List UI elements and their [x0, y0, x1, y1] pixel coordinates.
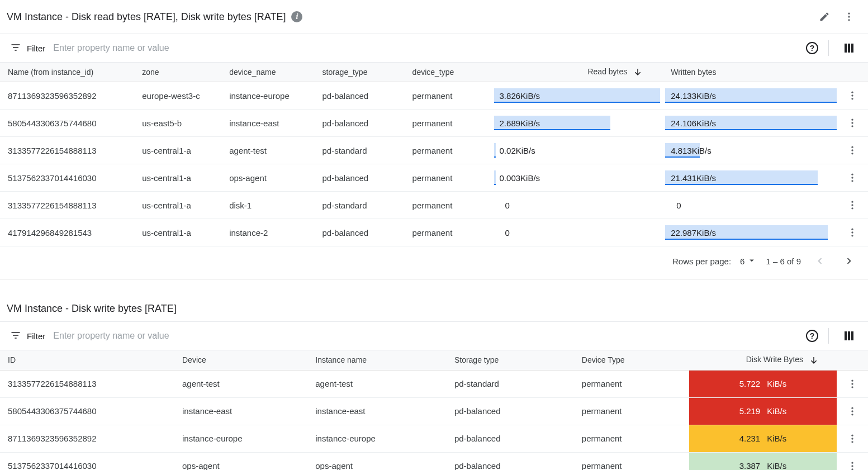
more-vert-icon [847, 117, 858, 129]
cell-storage-type: pd-standard [317, 192, 407, 219]
col-zone[interactable]: zone [136, 63, 224, 82]
cell-storage-type: pd-standard [449, 370, 576, 397]
table-row[interactable]: 3133577226154888113us-central1-aagent-te… [0, 137, 868, 164]
svg-point-31 [851, 465, 853, 467]
row-menu-button[interactable] [842, 168, 862, 188]
rows-per-page-select[interactable]: 6 [740, 255, 757, 267]
column-settings-button[interactable] [839, 38, 859, 58]
col-device[interactable]: Device [177, 350, 310, 370]
metric-value: 0.02KiB/s [494, 146, 535, 155]
cell-id: 5805443306375744680 [0, 397, 177, 425]
heat-cell: 4.231KiB/s [689, 425, 837, 452]
table-header-row: ID Device Instance name Storage type Dev… [0, 350, 868, 370]
row-menu-button[interactable] [842, 140, 862, 160]
row-menu-button[interactable] [842, 456, 862, 470]
more-vert-icon [847, 200, 858, 211]
metric-value: 5.219 [739, 406, 761, 416]
row-menu-button[interactable] [842, 374, 862, 394]
row-menu-button[interactable] [842, 113, 862, 133]
table-row[interactable]: 3133577226154888113agent-testagent-testp… [0, 370, 868, 397]
help-icon[interactable]: ? [806, 330, 818, 342]
cell-actions [837, 164, 868, 192]
table-row[interactable]: 5137562337014416030us-central1-aops-agen… [0, 164, 868, 192]
metric-unit: KiB/s [767, 379, 786, 388]
cell-device-type: permanent [576, 397, 689, 425]
cell-device-type: permanent [407, 164, 494, 192]
table-row[interactable]: 5137562337014416030ops-agentops-agentpd-… [0, 452, 868, 470]
cell-storage-type: pd-standard [317, 137, 407, 164]
col-name[interactable]: Name (from instance_id) [0, 63, 136, 82]
column-settings-button[interactable] [839, 326, 859, 346]
col-device-type[interactable]: Device Type [576, 350, 689, 370]
prev-page-button[interactable] [810, 251, 830, 271]
filter-list-icon [10, 42, 21, 55]
table-row[interactable]: 8711369323596352892instance-europeinstan… [0, 425, 868, 452]
panel-read-write: VM Instance - Disk read bytes [RATE], Di… [0, 0, 868, 279]
panel-title-text: VM Instance - Disk write bytes [RATE] [7, 303, 177, 315]
heat-cell: 5.722KiB/s [689, 370, 837, 397]
more-vert-icon [847, 433, 858, 444]
col-read-bytes[interactable]: Read bytes [494, 63, 666, 82]
pencil-icon [819, 11, 830, 22]
metric-value: 4.231 [739, 434, 761, 443]
cell-device: ops-agent [177, 452, 310, 470]
more-options-button[interactable] [839, 7, 859, 27]
table-row[interactable]: 5805443306375744680instance-eastinstance… [0, 397, 868, 425]
metric-value: 3.826KiB/s [494, 91, 540, 101]
row-menu-button[interactable] [842, 195, 862, 215]
col-disk-write[interactable]: Disk Write Bytes [689, 350, 837, 370]
pagination-range: 1 – 6 of 9 [766, 257, 801, 266]
metric-value: 0 [500, 201, 510, 210]
cell-device-type: permanent [576, 370, 689, 397]
col-written-bytes[interactable]: Written bytes [665, 63, 837, 82]
col-id[interactable]: ID [0, 350, 177, 370]
cell-device-type: permanent [407, 219, 494, 246]
metric-bar-cell: 22.987KiB/s [665, 219, 837, 246]
col-storage-type[interactable]: storage_type [317, 63, 407, 82]
table-row[interactable]: 5805443306375744680us-east5-binstance-ea… [0, 110, 868, 137]
svg-point-6 [851, 119, 853, 121]
cell-device: agent-test [177, 370, 310, 397]
cell-name: 8711369323596352892 [0, 82, 136, 110]
filter-bar: Filter ? [0, 34, 868, 63]
filter-input[interactable] [51, 325, 800, 346]
help-icon[interactable]: ? [806, 42, 818, 54]
more-vert-icon [847, 145, 858, 156]
table-row[interactable]: 3133577226154888113us-central1-adisk-1pd… [0, 192, 868, 219]
col-instance-name[interactable]: Instance name [310, 350, 449, 370]
row-menu-button[interactable] [842, 86, 862, 106]
table-row[interactable]: 8711369323596352892europe-west3-cinstanc… [0, 82, 868, 110]
cell-device: instance-europe [177, 425, 310, 452]
cell-actions [837, 452, 868, 470]
cell-actions [837, 82, 868, 110]
cell-device-name: disk-1 [224, 192, 316, 219]
cell-actions [837, 219, 868, 246]
svg-point-0 [848, 13, 850, 15]
col-device-name[interactable]: device_name [224, 63, 316, 82]
panel-write: VM Instance - Disk write bytes [RATE] Fi… [0, 296, 868, 470]
edit-button[interactable] [814, 7, 834, 27]
next-page-button[interactable] [839, 251, 859, 271]
svg-point-29 [851, 441, 853, 443]
cell-name: 3133577226154888113 [0, 192, 136, 219]
row-menu-button[interactable] [842, 222, 862, 243]
filter-list-icon [10, 330, 21, 343]
rows-per-page-label: Rows per page: [672, 257, 731, 266]
metric-value: 24.133KiB/s [665, 91, 716, 101]
table-row[interactable]: 417914296849281543us-central1-ainstance-… [0, 219, 868, 246]
row-menu-button[interactable] [842, 401, 862, 421]
col-storage-type[interactable]: Storage type [449, 350, 576, 370]
metric-bar-cell: 4.813KiB/s [665, 137, 837, 164]
svg-point-10 [851, 150, 853, 151]
sort-desc-icon [809, 355, 819, 365]
heat-cell: 3.387KiB/s [689, 452, 837, 470]
cell-device-type: permanent [576, 452, 689, 470]
filter-input[interactable] [51, 37, 800, 59]
svg-point-23 [851, 386, 853, 388]
svg-point-1 [848, 16, 850, 17]
col-device-type[interactable]: device_type [407, 63, 494, 82]
cell-storage-type: pd-balanced [317, 164, 407, 192]
info-icon[interactable]: i [291, 11, 302, 22]
row-menu-button[interactable] [842, 429, 862, 449]
panel-title: VM Instance - Disk read bytes [RATE], Di… [7, 11, 302, 23]
